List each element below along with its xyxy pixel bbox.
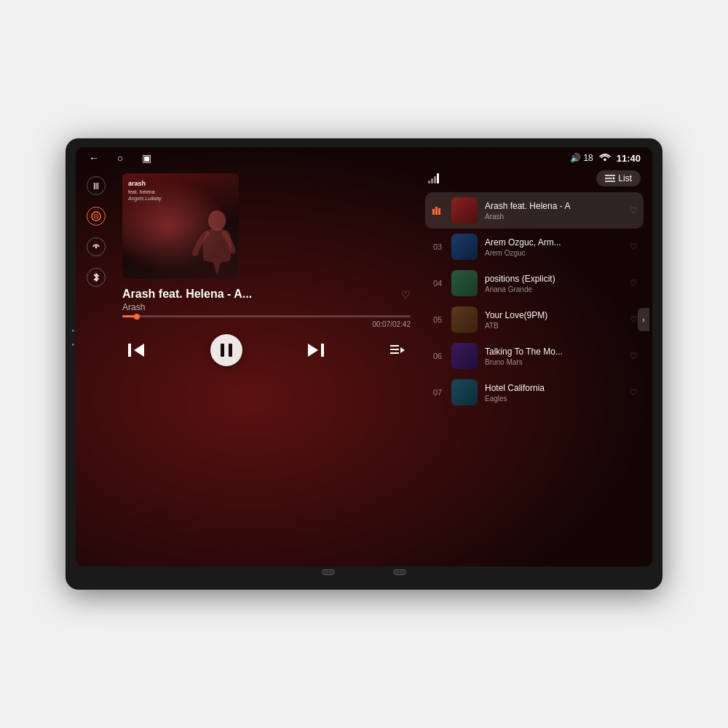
svg-point-0 [604, 158, 606, 160]
song-info: Arash feat. Helena - A... Arash ♡ [122, 288, 411, 312]
track-item-3[interactable]: 05 Your Love(9PM) ATB ♡› [425, 301, 644, 338]
svg-rect-9 [229, 344, 232, 357]
track-thumbnail [451, 306, 478, 333]
song-artist: Arash [122, 302, 252, 312]
equalizer-icon[interactable]: ||| [87, 176, 106, 195]
track-num: 03 [431, 242, 444, 251]
list-button[interactable]: List [596, 170, 641, 186]
track-num: 05 [431, 315, 444, 324]
track-artist-name: Ariana Grande [485, 285, 622, 293]
album-art: arash feat. helena Angels Lullaby [122, 173, 239, 279]
bluetooth-icon[interactable] [87, 268, 106, 287]
chevron-right-icon[interactable]: › [638, 308, 649, 331]
player-section: arash feat. helena Angels Lullaby [116, 170, 416, 561]
track-name: Your Love(9PM) [485, 310, 622, 320]
track-heart-button[interactable]: ♡ [630, 205, 638, 215]
svg-point-5 [208, 210, 226, 231]
heart-button[interactable]: ♡ [401, 289, 411, 301]
time-display: 11:40 [617, 153, 641, 164]
pause-button[interactable] [210, 334, 242, 366]
volume-indicator: 🔊 18 [570, 153, 593, 163]
recents-button[interactable]: ▣ [140, 151, 153, 165]
track-num: 04 [431, 279, 444, 288]
svg-rect-8 [221, 344, 224, 357]
track-name: Talking To The Mo... [485, 347, 622, 357]
time-display: 00:07/02:42 [372, 320, 411, 328]
track-info: Talking To The Mo... Bruno Mars [485, 347, 622, 366]
track-artist-name: Eagles [485, 395, 622, 403]
mount-hole-right [393, 569, 406, 575]
playlist-header: List [425, 170, 644, 186]
prev-button[interactable] [128, 344, 144, 357]
track-item-0[interactable]: Arash feat. Helena - A Arash ♡ [425, 192, 644, 229]
track-name: positions (Explicit) [485, 274, 622, 284]
target-icon[interactable] [87, 207, 106, 226]
svg-rect-22 [438, 208, 440, 215]
track-name: Hotel California [485, 383, 622, 393]
progress-section: 00:07/02:42 [122, 315, 411, 328]
track-info: Hotel California Eagles [485, 383, 622, 403]
track-heart-button[interactable]: ♡ [630, 242, 638, 252]
track-info: Your Love(9PM) ATB [485, 310, 622, 330]
track-thumbnail [451, 234, 478, 260]
track-thumbnail [451, 379, 478, 405]
track-item-5[interactable]: 07 Hotel California Eagles ♡ [425, 374, 644, 411]
svg-marker-6 [134, 344, 144, 357]
track-thumbnail [451, 270, 478, 296]
svg-rect-21 [435, 207, 438, 215]
mount-hole-left [322, 569, 335, 575]
track-artist-name: Bruno Mars [485, 358, 622, 366]
svg-marker-15 [400, 347, 405, 353]
svg-rect-20 [432, 209, 435, 215]
home-button[interactable]: ○ [114, 151, 127, 165]
svg-marker-19 [613, 177, 615, 180]
status-bar: ← ○ ▣ 🔊 18 [76, 147, 652, 167]
next-button[interactable] [308, 344, 324, 357]
track-heart-button[interactable]: ♡ [630, 387, 638, 397]
song-title: Arash feat. Helena - A... [122, 288, 252, 301]
track-thumbnail [451, 343, 478, 369]
track-thumbnail [451, 197, 478, 223]
playback-controls [122, 334, 411, 366]
track-list: Arash feat. Helena - A Arash ♡03 Arem Oz… [425, 192, 644, 411]
track-artist-name: Arash [485, 213, 622, 221]
bottom-mount [76, 566, 652, 577]
svg-rect-11 [321, 344, 324, 357]
list-label: List [618, 173, 632, 183]
broadcast-icon[interactable] [87, 237, 106, 256]
playlist-panel: List Arash feat. Helena - A Arash ♡03 Ar… [425, 170, 644, 561]
track-heart-button[interactable]: ♡ [630, 278, 638, 288]
track-item-4[interactable]: 06 Talking To The Mo... Bruno Mars ♡ [425, 338, 644, 374]
track-artist-name: Arem Ozguc [485, 249, 622, 257]
track-item-1[interactable]: 03 Arem Ozguc, Arm... Arem Ozguc ♡ [425, 229, 644, 265]
track-artist-name: ATB [485, 322, 622, 330]
svg-point-3 [95, 215, 97, 217]
svg-rect-7 [128, 344, 131, 357]
track-item-2[interactable]: 04 positions (Explicit) Ariana Grande ♡ [425, 265, 644, 301]
wifi-indicator [599, 153, 611, 164]
track-name: Arash feat. Helena - A [485, 201, 622, 211]
queue-button[interactable] [390, 344, 405, 356]
back-button[interactable]: ← [87, 151, 100, 165]
track-name: Arem Ozguc, Arm... [485, 237, 622, 248]
track-info: positions (Explicit) Ariana Grande [485, 274, 622, 293]
signal-icon [428, 173, 439, 183]
track-num: 06 [431, 352, 444, 360]
car-head-unit: ● MIC ● RST ← ○ ▣ 🔊 18 [66, 138, 662, 590]
track-info: Arash feat. Helena - A Arash [485, 201, 622, 221]
progress-bar[interactable] [122, 315, 411, 317]
svg-point-4 [95, 247, 97, 248]
track-info: Arem Ozguc, Arm... Arem Ozguc [485, 237, 622, 257]
track-num [431, 205, 444, 216]
left-sidebar: ||| [84, 170, 108, 561]
screen: ← ○ ▣ 🔊 18 [76, 147, 652, 566]
track-num: 07 [431, 388, 444, 397]
svg-marker-10 [308, 344, 318, 357]
track-heart-button[interactable]: ♡ [630, 314, 638, 325]
track-heart-button[interactable]: ♡ [630, 351, 638, 361]
